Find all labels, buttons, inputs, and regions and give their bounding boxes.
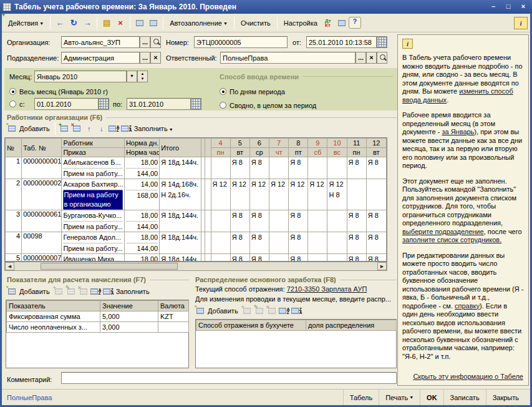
column-header[interactable]: Валюта: [158, 301, 189, 311]
day-of-week-header[interactable]: вт: [230, 148, 249, 157]
table-cell[interactable]: Я 8: [230, 254, 249, 262]
table-cell[interactable]: [205, 157, 211, 179]
calendar-icon[interactable]: [191, 98, 201, 110]
column-header[interactable]: Значение: [100, 301, 158, 311]
settings-button[interactable]: Настройка: [280, 17, 321, 29]
table-cell[interactable]: 1: [6, 157, 22, 179]
current-method-link[interactable]: 7210-3350 Зарплата АУП: [287, 285, 367, 293]
table-cell[interactable]: 0000000001: [22, 157, 62, 179]
sort-ascending-icon[interactable]: AZ: [90, 287, 102, 297]
maximize-button[interactable]: □: [502, 2, 515, 12]
sort-descending-icon[interactable]: ZA: [291, 306, 302, 316]
col-tab[interactable]: Таб. №: [22, 139, 62, 157]
fill-button[interactable]: Заполнить: [116, 288, 150, 295]
table-cell[interactable]: 3: [6, 210, 22, 232]
table-cell[interactable]: Я 8: [366, 254, 386, 262]
table-cell[interactable]: Я 12: [308, 179, 327, 210]
table-cell[interactable]: Я 8: [289, 232, 308, 254]
table-cell[interactable]: Я 12: [249, 179, 269, 210]
delete-row-icon[interactable]: ×: [266, 306, 278, 316]
table-cell[interactable]: [211, 232, 230, 254]
add-row-button[interactable]: Добавить: [19, 288, 50, 295]
table-cell[interactable]: 00098: [22, 232, 62, 254]
table-cell[interactable]: 14,00168,00: [124, 179, 159, 210]
table-cell[interactable]: 18,00144,00: [124, 157, 159, 179]
day-column-header[interactable]: 7: [269, 139, 288, 148]
scroll-thumb[interactable]: [41, 263, 178, 270]
col-norm-days[interactable]: Норма дн.: [124, 139, 159, 148]
actions-menu[interactable]: Действия▼: [4, 17, 47, 29]
day-column-header[interactable]: 6: [249, 139, 269, 148]
table-cell[interactable]: [205, 232, 211, 254]
register-records-icon[interactable]: [336, 17, 348, 29]
table-cell[interactable]: [205, 254, 211, 262]
table-cell[interactable]: KZT: [158, 311, 189, 322]
day-column-header[interactable]: 12: [366, 139, 386, 148]
col-norm-hours[interactable]: Норма час.: [124, 148, 159, 157]
col-total[interactable]: Итого: [160, 139, 201, 157]
table-cell[interactable]: Я 12: [269, 179, 288, 210]
table-cell[interactable]: Я 12: [230, 179, 249, 210]
col-num[interactable]: №: [6, 139, 22, 157]
number-field[interactable]: ЭТЦ00000005: [194, 36, 288, 48]
unpost-document-icon[interactable]: ×: [114, 17, 127, 29]
col-worker[interactable]: Работник: [62, 139, 124, 148]
table-cell[interactable]: [308, 232, 327, 254]
add-row-icon[interactable]: *: [6, 124, 17, 134]
table-cell[interactable]: [308, 254, 327, 262]
table-cell[interactable]: Я 18д.144ч.: [160, 254, 201, 262]
hide-info-link[interactable]: Скрыть эту информацию о Табеле: [413, 373, 523, 380]
copy-row-icon[interactable]: +: [53, 287, 64, 297]
sort-ascending-icon[interactable]: AZ: [109, 124, 120, 134]
month-field[interactable]: Январь 2010: [34, 71, 127, 82]
calendar-icon[interactable]: [99, 98, 109, 110]
table-cell[interactable]: Я 18д.144ч.: [160, 210, 201, 232]
help-icon[interactable]: ?: [349, 17, 361, 29]
table-cell[interactable]: [211, 157, 230, 179]
info-link[interactable]: выберите подразделение: [402, 228, 484, 235]
table-cell[interactable]: Я 8: [249, 157, 269, 179]
add-row-button[interactable]: Добавить: [208, 307, 238, 315]
save-button[interactable]: Записать: [443, 390, 486, 405]
column-header[interactable]: Показатель: [7, 301, 100, 311]
info-toggle-icon[interactable]: i: [514, 17, 528, 29]
table-cell[interactable]: Я 18д.144ч.: [160, 232, 201, 254]
close-button[interactable]: ×: [517, 2, 530, 12]
add-row-icon[interactable]: *: [6, 287, 17, 297]
table-cell[interactable]: [347, 179, 366, 210]
refresh-icon[interactable]: ↻: [67, 17, 80, 29]
table-cell[interactable]: [327, 232, 347, 254]
table-cell[interactable]: Аскаров Бахтияр...Прием на работу в орга…: [62, 179, 124, 210]
table-cell[interactable]: Я 12Н 8: [327, 179, 347, 210]
sort-ascending-icon[interactable]: AZ: [279, 306, 290, 316]
date-field[interactable]: 25.01.2010 10:13:58: [306, 36, 377, 48]
table-cell[interactable]: [211, 210, 230, 232]
table-cell[interactable]: Я 12: [289, 179, 308, 210]
day-of-week-header[interactable]: пн: [211, 148, 230, 157]
table-cell[interactable]: [308, 157, 327, 179]
col-order[interactable]: Приказ: [62, 148, 124, 157]
day-column-header[interactable]: 4: [211, 139, 230, 148]
table-cell[interactable]: 18,00144,00: [124, 232, 159, 254]
delete-row-icon[interactable]: ×: [71, 124, 82, 134]
table-cell[interactable]: 2: [6, 179, 22, 210]
table-cell[interactable]: [205, 179, 211, 210]
table-cell[interactable]: [366, 179, 386, 210]
table-cell[interactable]: Я 8: [347, 254, 366, 262]
table-cell[interactable]: Я 18д.144ч.: [160, 157, 201, 179]
summary-radio[interactable]: [220, 102, 226, 109]
table-cell[interactable]: [269, 210, 288, 232]
table-cell[interactable]: 4: [6, 232, 22, 254]
day-of-week-header[interactable]: пн: [347, 148, 366, 157]
table-cell[interactable]: Я 8: [347, 210, 366, 232]
column-header[interactable]: Способ отражения в бухучете: [196, 320, 306, 331]
comment-field[interactable]: [61, 372, 397, 384]
table-cell[interactable]: 5: [6, 254, 22, 262]
minimize-button[interactable]: –: [487, 2, 500, 12]
dt-kt-icon[interactable]: ДтКт: [322, 17, 334, 29]
responsible-select-icon[interactable]: ...: [355, 52, 366, 64]
info-link[interactable]: за Январь: [442, 128, 474, 135]
table-cell[interactable]: [269, 232, 288, 254]
table-cell[interactable]: Я 8: [249, 254, 269, 262]
table-cell[interactable]: 0000000061: [22, 210, 62, 232]
